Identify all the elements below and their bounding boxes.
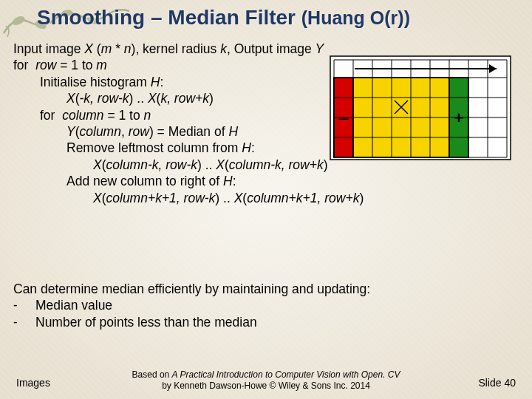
note-block: Can determine median efficiently by main… (13, 281, 519, 330)
sliding-window-diagram: – + (330, 55, 511, 160)
footer-center: Based on A Practical Introduction to Com… (0, 369, 532, 392)
slide-title: Smoothing – Median Filter (Huang O(r)) (37, 6, 410, 30)
title-main: Smoothing – Median Filter (37, 6, 296, 29)
svg-point-0 (11, 15, 27, 27)
note-line-1: Can determine median efficiently by main… (13, 281, 519, 297)
note-bullet-1: -Median value (13, 297, 519, 313)
note-bullet-2: -Number of points less than the median (13, 314, 519, 330)
algo-line-10: X(column+k+1, row-k) .. X(column+k+1, ro… (13, 190, 519, 206)
plus-label: + (454, 109, 464, 127)
footer-right: Slide 40 (478, 377, 516, 389)
minus-label: – (338, 107, 349, 127)
algo-line-9: Add new column to right of H: (13, 173, 519, 189)
title-sub: (Huang O(r)) (301, 7, 410, 28)
